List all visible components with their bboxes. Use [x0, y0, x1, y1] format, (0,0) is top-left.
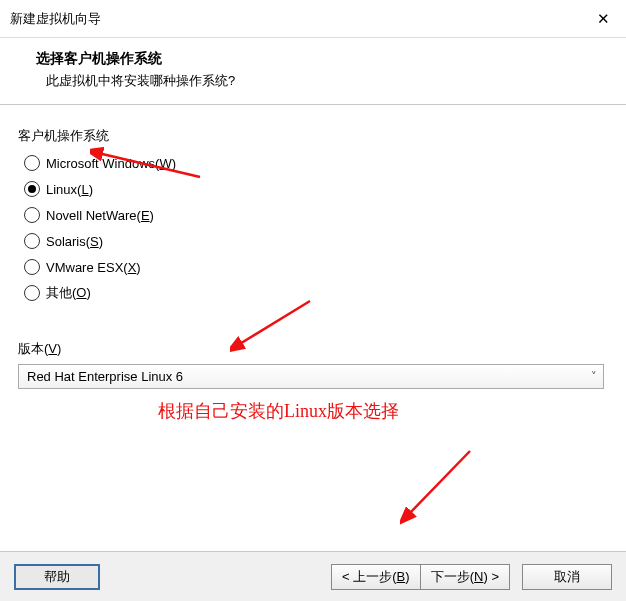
- nav-button-group: < 上一步(B) 下一步(N) >: [331, 564, 510, 590]
- version-select[interactable]: Red Hat Enterprise Linux 6 ˅: [18, 364, 604, 389]
- radio-windows[interactable]: Microsoft Windows(W): [22, 150, 604, 176]
- radio-icon: [24, 233, 40, 249]
- window-title: 新建虚拟机向导: [10, 10, 101, 28]
- radio-solaris[interactable]: Solaris(S): [22, 228, 604, 254]
- version-label: 版本(V): [18, 340, 608, 358]
- radio-other[interactable]: 其他(O): [22, 280, 604, 306]
- version-select-value: Red Hat Enterprise Linux 6: [27, 369, 183, 384]
- cancel-button[interactable]: 取消: [522, 564, 612, 590]
- annotation-text: 根据自己安装的Linux版本选择: [158, 399, 399, 423]
- radio-label: 其他(O): [46, 284, 91, 302]
- wizard-body: 客户机操作系统 Microsoft Windows(W) Linux(L) No…: [0, 105, 626, 389]
- annotation-arrow-icon: [400, 445, 490, 525]
- radio-label: Novell NetWare(E): [46, 208, 154, 223]
- wizard-header: 选择客户机操作系统 此虚拟机中将安装哪种操作系统?: [0, 38, 626, 105]
- radio-icon: [24, 155, 40, 171]
- radio-icon: [24, 181, 40, 197]
- version-group: 版本(V) Red Hat Enterprise Linux 6 ˅: [18, 340, 608, 389]
- guest-os-options: Microsoft Windows(W) Linux(L) Novell Net…: [18, 141, 608, 312]
- radio-linux[interactable]: Linux(L): [22, 176, 604, 202]
- radio-label: VMware ESX(X): [46, 260, 141, 275]
- header-subheading: 此虚拟机中将安装哪种操作系统?: [36, 72, 606, 90]
- radio-label: Solaris(S): [46, 234, 103, 249]
- next-button[interactable]: 下一步(N) >: [420, 564, 510, 590]
- wizard-footer: 帮助 < 上一步(B) 下一步(N) > 取消: [0, 551, 626, 601]
- radio-vmware-esx[interactable]: VMware ESX(X): [22, 254, 604, 280]
- titlebar: 新建虚拟机向导 ✕: [0, 0, 626, 38]
- header-heading: 选择客户机操作系统: [36, 50, 606, 68]
- radio-icon: [24, 207, 40, 223]
- help-button[interactable]: 帮助: [14, 564, 100, 590]
- radio-novell[interactable]: Novell NetWare(E): [22, 202, 604, 228]
- guest-os-group-label: 客户机操作系统: [18, 127, 608, 145]
- radio-label: Microsoft Windows(W): [46, 156, 176, 171]
- radio-icon: [24, 285, 40, 301]
- back-button[interactable]: < 上一步(B): [331, 564, 421, 590]
- svg-line-2: [408, 451, 470, 515]
- radio-label: Linux(L): [46, 182, 93, 197]
- radio-icon: [24, 259, 40, 275]
- guest-os-group: 客户机操作系统 Microsoft Windows(W) Linux(L) No…: [18, 119, 608, 314]
- close-icon[interactable]: ✕: [580, 0, 626, 38]
- chevron-down-icon: ˅: [591, 370, 597, 383]
